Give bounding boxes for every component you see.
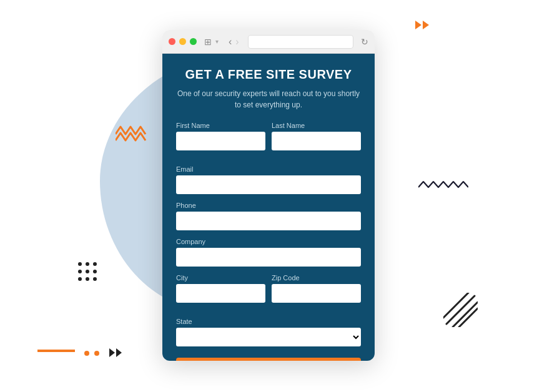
phone-group: Phone: [176, 202, 361, 230]
svg-point-9: [86, 277, 89, 281]
browser-minimize-button[interactable]: [179, 38, 186, 45]
svg-point-8: [78, 277, 82, 281]
browser-maximize-button[interactable]: [190, 38, 197, 45]
svg-point-5: [78, 270, 82, 273]
company-label: Company: [176, 238, 361, 245]
orange-dots-decoration: [84, 347, 102, 358]
svg-point-12: [84, 351, 89, 356]
company-group: Company: [176, 238, 361, 267]
last-name-label: Last Name: [272, 122, 361, 129]
phone-input[interactable]: [176, 212, 361, 230]
submit-button[interactable]: Get a Free Site Survey: [176, 358, 361, 361]
email-label: Email: [176, 165, 361, 173]
dark-arrows-decoration: [109, 347, 134, 361]
url-bar[interactable]: [248, 35, 353, 49]
city-group: City: [176, 274, 265, 303]
form-container: GET A FREE SITE SURVEY One of our securi…: [162, 54, 375, 361]
zip-input[interactable]: [272, 284, 361, 303]
city-zip-row: City Zip Code: [176, 274, 361, 310]
city-label: City: [176, 274, 265, 282]
last-name-group: Last Name: [272, 122, 361, 150]
email-input[interactable]: [176, 175, 361, 194]
phone-label: Phone: [176, 202, 361, 209]
grid-icon: ⊞: [204, 37, 212, 47]
svg-marker-0: [415, 21, 421, 29]
first-name-label: First Name: [176, 122, 265, 129]
refresh-icon[interactable]: ↻: [361, 37, 368, 47]
state-group: State AL AK AZ AR CA CO CT DE FL GA TX N…: [176, 318, 361, 346]
svg-marker-1: [423, 21, 429, 29]
svg-point-13: [94, 351, 99, 356]
svg-point-7: [93, 270, 97, 273]
browser-window: ⊞ ▾ ‹ › ↻ GET A FREE SITE SURVEY One of …: [162, 30, 375, 361]
browser-close-button[interactable]: [169, 38, 175, 45]
svg-marker-15: [116, 348, 122, 357]
city-input[interactable]: [176, 284, 265, 303]
back-button[interactable]: ‹: [229, 36, 232, 47]
chevron-down-icon: ▾: [215, 38, 219, 45]
state-label: State: [176, 318, 361, 325]
orange-zigzag-decoration: [116, 122, 150, 149]
form-title: GET A FREE SITE SURVEY: [176, 67, 361, 82]
orange-double-arrow-top: [415, 19, 440, 34]
form-subtitle: One of our security experts will reach o…: [176, 88, 361, 110]
forward-button[interactable]: ›: [235, 36, 239, 47]
zip-label: Zip Code: [272, 274, 361, 282]
last-name-input[interactable]: [272, 132, 361, 150]
first-name-input[interactable]: [176, 132, 265, 150]
state-select[interactable]: AL AK AZ AR CA CO CT DE FL GA TX NY: [176, 328, 361, 346]
first-name-group: First Name: [176, 122, 265, 150]
zip-group: Zip Code: [272, 274, 361, 303]
name-row: First Name Last Name: [176, 122, 361, 158]
dark-dots-decoration: [75, 259, 109, 293]
dark-zigzag-decoration: [418, 178, 468, 199]
browser-toolbar: ⊞ ▾ ‹ › ↻: [162, 30, 375, 54]
dark-diagonal-lines-decoration: [443, 293, 478, 330]
svg-marker-14: [109, 348, 115, 357]
email-group: Email: [176, 165, 361, 194]
svg-point-3: [86, 262, 89, 266]
company-input[interactable]: [176, 248, 361, 267]
orange-line-decoration: [37, 345, 75, 356]
svg-point-4: [93, 262, 97, 266]
svg-point-6: [86, 270, 89, 273]
svg-point-10: [93, 277, 97, 281]
svg-point-2: [78, 262, 82, 266]
browser-navigation: ‹ ›: [229, 36, 239, 47]
